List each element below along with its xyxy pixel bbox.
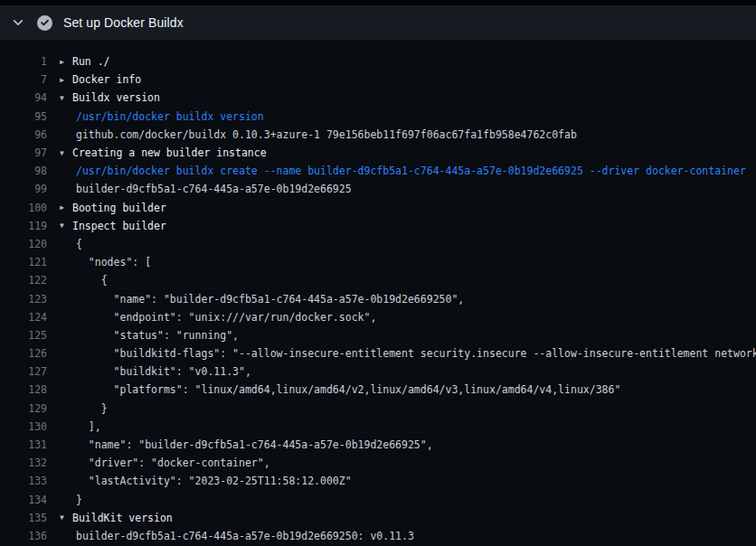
log-line: 99builder-d9cfb5a1-c764-445a-a57e-0b19d2… xyxy=(0,180,756,198)
log-text: "name": "builder-d9cfb5a1-c764-445a-a57e… xyxy=(76,438,433,451)
log-text: Buildx version xyxy=(72,91,160,104)
line-number[interactable]: 134 xyxy=(0,494,47,506)
log-line: 136builder-d9cfb5a1-c764-445a-a57e-0b19d… xyxy=(0,527,756,545)
log-text: } xyxy=(76,402,108,415)
check-circle-icon xyxy=(37,15,52,31)
log-text: Creating a new builder instance xyxy=(72,146,267,159)
log-group-header[interactable]: ▶Docker info xyxy=(60,73,141,86)
line-number[interactable]: 123 xyxy=(0,293,47,306)
line-number[interactable]: 119 xyxy=(0,220,47,232)
log-output-line: "buildkitd-flags": "--allow-insecure-ent… xyxy=(60,347,756,360)
line-number[interactable]: 128 xyxy=(0,383,47,396)
line-number[interactable]: 94 xyxy=(0,91,47,104)
group-collapse-icon[interactable]: ▼ xyxy=(60,513,72,522)
log-line: 130 ], xyxy=(0,418,756,436)
line-number[interactable]: 130 xyxy=(0,420,47,433)
line-number[interactable]: 133 xyxy=(0,475,47,487)
chevron-down-icon[interactable] xyxy=(12,16,24,29)
log-line: 7▶Docker info xyxy=(0,71,756,89)
group-expand-icon[interactable]: ▶ xyxy=(60,76,72,84)
log-line: 128 "platforms": "linux/amd64,linux/amd6… xyxy=(0,381,756,399)
log-text: Docker info xyxy=(72,73,141,86)
log-text: Run ./ xyxy=(72,55,110,68)
log-output-line: "endpoint": "unix:///var/run/docker.sock… xyxy=(60,311,376,324)
line-number[interactable]: 135 xyxy=(0,512,47,524)
log-output-line: ], xyxy=(60,420,101,433)
log-output-line: "nodes": [ xyxy=(60,256,151,268)
log-group-header[interactable]: ▼Inspect builder xyxy=(60,220,166,232)
log-line: 124 "endpoint": "unix:///var/run/docker.… xyxy=(0,308,756,326)
line-number[interactable]: 96 xyxy=(0,128,47,141)
line-number[interactable]: 121 xyxy=(0,256,47,268)
line-number[interactable]: 100 xyxy=(0,202,47,214)
line-number[interactable]: 124 xyxy=(0,311,47,324)
log-text: "nodes": [ xyxy=(76,256,151,268)
log-line: 96github.com/docker/buildx 0.10.3+azure-… xyxy=(0,126,756,144)
log-output-line: github.com/docker/buildx 0.10.3+azure-1 … xyxy=(60,128,577,141)
log-text: "buildkitd-flags": "--allow-insecure-ent… xyxy=(76,347,756,360)
log-command-line: /usr/bin/docker buildx version xyxy=(60,110,264,123)
log-line: 95/usr/bin/docker buildx version xyxy=(0,108,756,126)
log-line: 126 "buildkitd-flags": "--allow-insecure… xyxy=(0,344,756,362)
log-line: 125 "status": "running", xyxy=(0,326,756,344)
log-group-header[interactable]: ▶Booting builder xyxy=(60,202,166,214)
log-text: ], xyxy=(76,420,101,433)
log-line: 129 } xyxy=(0,400,756,418)
log-text: builder-d9cfb5a1-c764-445a-a57e-0b19d2e6… xyxy=(76,183,352,195)
line-number[interactable]: 122 xyxy=(0,274,47,287)
log-text: BuildKit version xyxy=(72,512,173,524)
log-output-line: { xyxy=(60,274,108,287)
log-group-header[interactable]: ▼Buildx version xyxy=(60,91,160,104)
log-output-line: } xyxy=(60,402,108,415)
line-number[interactable]: 95 xyxy=(0,110,47,123)
line-number[interactable]: 132 xyxy=(0,457,47,469)
log-line: 134} xyxy=(0,491,756,509)
log-text: "status": "running", xyxy=(76,329,239,342)
log-line: 135▼BuildKit version xyxy=(0,509,756,527)
log-line: 123 "name": "builder-d9cfb5a1-c764-445a-… xyxy=(0,289,756,307)
line-number[interactable]: 98 xyxy=(0,165,47,177)
log-text: "buildkit": "v0.11.3", xyxy=(76,365,251,378)
group-collapse-icon[interactable]: ▼ xyxy=(60,149,72,157)
log-group-header[interactable]: ▼Creating a new builder instance xyxy=(60,146,267,159)
log-text: { xyxy=(76,238,82,250)
log-line: 97▼Creating a new builder instance xyxy=(0,144,756,162)
log-output-line: } xyxy=(60,494,82,506)
line-number[interactable]: 99 xyxy=(0,183,47,195)
log-output-line: "driver": "docker-container", xyxy=(60,457,270,469)
step-title: Set up Docker Buildx xyxy=(63,15,184,30)
log-line: 132 "driver": "docker-container", xyxy=(0,454,756,472)
log-line: 131 "name": "builder-d9cfb5a1-c764-445a-… xyxy=(0,436,756,454)
log-text: "name": "builder-d9cfb5a1-c764-445a-a57e… xyxy=(76,293,464,306)
log-line: 127 "buildkit": "v0.11.3", xyxy=(0,362,756,381)
line-number[interactable]: 126 xyxy=(0,347,47,360)
log-line: 100▶Booting builder xyxy=(0,199,756,217)
step-header[interactable]: Set up Docker Buildx xyxy=(0,5,756,40)
log-line: 94▼Buildx version xyxy=(0,89,756,107)
log-output-line: builder-d9cfb5a1-c764-445a-a57e-0b19d2e6… xyxy=(60,530,414,542)
log-line: 133 "lastActivity": "2023-02-25T11:58:12… xyxy=(0,472,756,490)
line-number[interactable]: 97 xyxy=(0,146,47,159)
log-text: builder-d9cfb5a1-c764-445a-a57e-0b19d2e6… xyxy=(76,530,414,542)
log-group-header[interactable]: ▶Run ./ xyxy=(60,55,110,68)
line-number[interactable]: 1 xyxy=(0,55,47,68)
log-text: Inspect builder xyxy=(72,220,166,232)
line-number[interactable]: 7 xyxy=(0,73,47,86)
line-number[interactable]: 131 xyxy=(0,438,47,451)
line-number[interactable]: 127 xyxy=(0,365,47,378)
log-text: Booting builder xyxy=(72,202,166,214)
group-expand-icon[interactable]: ▶ xyxy=(60,203,72,212)
line-number[interactable]: 120 xyxy=(0,238,47,250)
group-expand-icon[interactable]: ▶ xyxy=(60,58,72,66)
log-viewer: 1▶Run ./7▶Docker info94▼Buildx version95… xyxy=(0,40,756,546)
log-output-line: "status": "running", xyxy=(60,329,239,342)
log-text: /usr/bin/docker buildx version xyxy=(76,110,264,123)
line-number[interactable]: 129 xyxy=(0,402,47,415)
line-number[interactable]: 125 xyxy=(0,329,47,342)
log-group-header[interactable]: ▼BuildKit version xyxy=(60,512,173,524)
group-collapse-icon[interactable]: ▼ xyxy=(60,221,72,230)
log-text: /usr/bin/docker buildx create --name bui… xyxy=(76,165,746,177)
log-line: 1▶Run ./ xyxy=(0,52,756,71)
line-number[interactable]: 136 xyxy=(0,530,47,542)
group-collapse-icon[interactable]: ▼ xyxy=(60,94,72,102)
